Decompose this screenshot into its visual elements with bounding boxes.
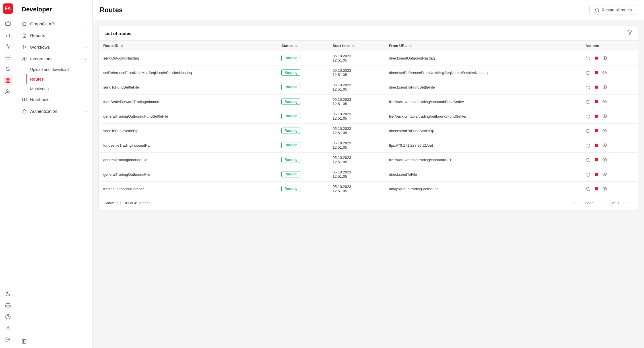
sidebar-item-label-notebooks: Notebooks bbox=[30, 97, 87, 102]
integrations-rail-icon[interactable] bbox=[3, 52, 13, 63]
restart-route-button[interactable] bbox=[585, 186, 591, 192]
grid-icon[interactable] bbox=[3, 75, 13, 85]
moon-icon[interactable] bbox=[3, 289, 13, 299]
action-buttons bbox=[585, 70, 633, 75]
view-route-button[interactable] bbox=[602, 171, 608, 177]
svg-rect-44 bbox=[595, 187, 598, 191]
col-start-time[interactable]: Start time ⇅ bbox=[328, 41, 384, 51]
sidebar-item-reports[interactable]: Reports bbox=[16, 30, 92, 41]
view-route-button[interactable] bbox=[602, 157, 608, 163]
first-page-button[interactable]: « bbox=[572, 200, 577, 206]
stop-route-button[interactable] bbox=[594, 128, 599, 133]
stop-route-button[interactable] bbox=[594, 157, 599, 162]
restart-route-button[interactable] bbox=[585, 70, 591, 75]
status-badge: Running bbox=[281, 55, 300, 61]
view-route-button[interactable] bbox=[602, 142, 608, 148]
next-page-button[interactable]: › bbox=[622, 200, 626, 206]
stop-route-button[interactable] bbox=[594, 186, 599, 191]
action-buttons bbox=[585, 55, 633, 61]
svg-point-33 bbox=[604, 101, 605, 102]
user-check-icon[interactable] bbox=[3, 87, 13, 97]
stop-route-button[interactable] bbox=[594, 85, 599, 90]
stop-route-button[interactable] bbox=[594, 70, 599, 75]
sidebar-collapse-button[interactable] bbox=[22, 339, 27, 345]
col-from-url-label: From URL bbox=[389, 44, 407, 48]
cell-start-time: 05.10.2023 12.51.05 bbox=[328, 182, 384, 196]
sidebar-item-graphql[interactable]: GraphQL API › bbox=[16, 18, 92, 30]
filter-icon[interactable] bbox=[627, 30, 632, 36]
sidebar: Developer GraphQL API › Reports Workflow… bbox=[16, 0, 93, 348]
table-row: generalTradingInboundFile Running 05.10.… bbox=[99, 153, 638, 167]
cell-actions bbox=[581, 124, 638, 138]
cell-from-url: ftps://79.171.227.96:21/out bbox=[384, 138, 581, 153]
svg-rect-42 bbox=[595, 173, 598, 176]
user-icon[interactable] bbox=[3, 323, 13, 333]
col-route-id-label: Route ID bbox=[103, 44, 118, 48]
view-route-button[interactable] bbox=[602, 99, 608, 105]
chart-bar-icon[interactable] bbox=[3, 30, 13, 40]
sidebar-item-workflows[interactable]: Workflows › bbox=[16, 41, 92, 53]
table-row: fundsettleTradingInboundFtp Running 05.1… bbox=[99, 138, 638, 153]
sidebar-sub-item-monitoring[interactable]: Monitoring bbox=[30, 84, 92, 94]
stop-route-button[interactable] bbox=[594, 56, 599, 61]
cell-status: Running bbox=[277, 51, 328, 65]
restart-all-routes-button[interactable]: Restart all routes bbox=[589, 5, 637, 15]
view-route-button[interactable] bbox=[602, 70, 608, 75]
cell-route-id: setReferenceFromNextMsgSeqNumInSessionNa… bbox=[99, 65, 277, 80]
col-status[interactable]: Status ⇅ bbox=[277, 41, 328, 51]
page-number-input[interactable] bbox=[596, 200, 610, 206]
action-buttons bbox=[585, 84, 633, 90]
restart-route-button[interactable] bbox=[585, 55, 591, 61]
chevron-right-icon: › bbox=[86, 22, 87, 26]
integrations-icon bbox=[22, 57, 27, 61]
view-route-button[interactable] bbox=[602, 113, 608, 119]
cell-from-url: file:/back-writable/trading/inbound/SEB bbox=[384, 153, 581, 167]
briefcase-icon[interactable] bbox=[3, 18, 13, 28]
stop-route-button[interactable] bbox=[594, 172, 599, 177]
cell-status: Running bbox=[277, 182, 328, 196]
restart-route-button[interactable] bbox=[585, 99, 591, 105]
svg-rect-9 bbox=[8, 81, 10, 83]
view-route-button[interactable] bbox=[602, 84, 608, 90]
restart-route-button[interactable] bbox=[585, 113, 591, 119]
view-route-button[interactable] bbox=[602, 55, 608, 61]
restart-route-button[interactable] bbox=[585, 157, 591, 163]
view-route-button[interactable] bbox=[602, 186, 608, 192]
action-buttons bbox=[585, 128, 633, 134]
view-route-button[interactable] bbox=[602, 128, 608, 134]
col-from-url[interactable]: From URL ⇅ bbox=[384, 41, 581, 51]
dollar-icon[interactable] bbox=[3, 64, 13, 74]
sidebar-sub-item-upload-download[interactable]: Upload and download bbox=[30, 65, 92, 74]
restart-route-button[interactable] bbox=[585, 171, 591, 177]
svg-rect-40 bbox=[595, 158, 598, 161]
stop-route-button[interactable] bbox=[594, 114, 599, 119]
reports-icon bbox=[22, 33, 27, 38]
svg-point-10 bbox=[6, 90, 8, 92]
restart-route-button[interactable] bbox=[585, 128, 591, 134]
sidebar-item-integrations[interactable]: Integrations ∨ bbox=[16, 53, 92, 65]
cell-route-id: generalTradingInboundFile bbox=[99, 153, 277, 167]
prev-page-button[interactable]: ‹ bbox=[579, 200, 583, 206]
sidebar-item-authentication[interactable]: Authentication › bbox=[16, 105, 92, 117]
restart-route-button[interactable] bbox=[585, 84, 591, 90]
line-chart-icon[interactable] bbox=[3, 41, 13, 51]
sidebar-item-notebooks[interactable]: Notebooks bbox=[16, 94, 92, 105]
cell-actions bbox=[581, 182, 638, 196]
svg-marker-25 bbox=[628, 31, 632, 35]
restart-btn-label: Restart all routes bbox=[602, 8, 632, 12]
cell-start-time: 05.10.2023 12.51.05 bbox=[328, 80, 384, 95]
sidebar-sub-item-routes[interactable]: Routes bbox=[26, 74, 92, 84]
restart-route-button[interactable] bbox=[585, 142, 591, 148]
svg-rect-26 bbox=[595, 57, 598, 60]
page-header: Routes Restart all routes bbox=[93, 0, 644, 20]
cell-route-id: fundSettleForwardTradingInbound bbox=[99, 95, 277, 109]
logout-icon[interactable] bbox=[3, 334, 13, 345]
stop-route-button[interactable] bbox=[594, 143, 599, 148]
last-page-button[interactable]: » bbox=[628, 200, 632, 206]
stop-route-button[interactable] bbox=[594, 99, 599, 104]
col-route-id[interactable]: Route ID ⇅ bbox=[99, 41, 277, 51]
cell-from-url: direct:sendToFundSettleFtp bbox=[384, 124, 581, 138]
help-circle-icon[interactable] bbox=[3, 312, 13, 322]
inbox-icon[interactable] bbox=[3, 300, 13, 310]
svg-rect-7 bbox=[8, 78, 10, 80]
